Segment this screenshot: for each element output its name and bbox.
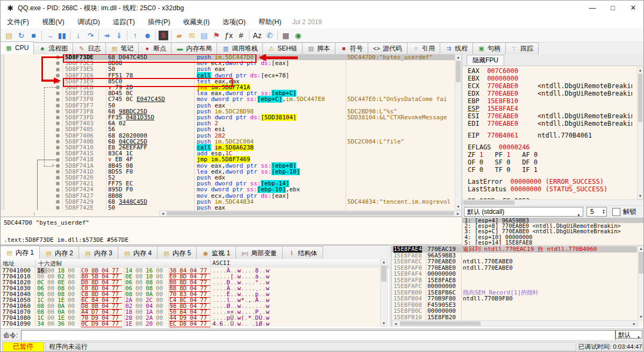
trace-into-icon[interactable]: ↠ bbox=[101, 30, 113, 41]
stack-row[interactable]: 15E8FB0C00000000 bbox=[392, 308, 637, 314]
registers-vscrollbar[interactable]: ▲▼ bbox=[637, 67, 643, 199]
breakpoint-dot[interactable] bbox=[56, 140, 60, 143]
restart-icon[interactable]: ↻ bbox=[15, 30, 27, 41]
registers-hscrollbar[interactable] bbox=[462, 199, 644, 206]
tab-符号[interactable]: ■符号 bbox=[335, 42, 368, 54]
breakpoint-dot[interactable] bbox=[56, 98, 60, 102]
menu-item[interactable]: 帮助(H) bbox=[252, 16, 288, 28]
tab-跟踪[interactable]: ∵跟踪 bbox=[505, 42, 539, 54]
breakpoint-dot[interactable] bbox=[56, 170, 60, 174]
tab-句柄[interactable]: ▣句柄 bbox=[473, 42, 506, 54]
disasm-row[interactable]: 5D8F73F0C745 0C E047C45Dmov dword ptr ss… bbox=[1, 96, 455, 102]
disasm-row[interactable]: 5D8F740556push esi bbox=[1, 126, 455, 132]
tab-断点[interactable]: ●断点 bbox=[138, 42, 171, 54]
breakpoint-dot[interactable] bbox=[56, 146, 60, 149]
open-file-icon[interactable]: ▤ bbox=[3, 30, 15, 41]
breakpoint-dot[interactable] bbox=[56, 61, 60, 65]
stack-hscrollbar[interactable]: ◄► bbox=[392, 320, 638, 327]
hide-fpu-button[interactable]: 隐藏FPU bbox=[467, 55, 504, 66]
tab-流程图[interactable]: ♣流程图 bbox=[33, 42, 73, 54]
labels-icon[interactable]: ▤ bbox=[198, 30, 210, 41]
breakpoint-dot[interactable] bbox=[56, 55, 60, 59]
dump-tab-监视 1[interactable]: ◉监视 1 bbox=[196, 246, 236, 260]
dump-vscrollbar[interactable]: ▲▼ bbox=[380, 259, 388, 327]
step-into-icon[interactable]: ↓ bbox=[72, 30, 84, 41]
strings-icon[interactable]: Az bbox=[251, 30, 263, 41]
calling-convention-select[interactable]: 默认 (stdcall)▼ bbox=[464, 207, 583, 217]
menu-item[interactable]: 追踪(T) bbox=[106, 16, 141, 28]
modules-icon[interactable]: ✆ bbox=[263, 30, 276, 41]
disasm-hscrollbar[interactable]: ◄► bbox=[159, 210, 462, 217]
dump-tab-内存 5[interactable]: ▤内存 5 bbox=[157, 246, 197, 260]
stack-vscrollbar[interactable]: ▲▼ bbox=[638, 246, 644, 320]
preferences-globe-icon[interactable]: ◉ bbox=[292, 30, 304, 41]
tab-笔记[interactable]: ▤笔记 bbox=[105, 42, 139, 54]
command-input[interactable] bbox=[21, 330, 616, 341]
unlock-checkbox[interactable] bbox=[612, 208, 620, 216]
patches-icon[interactable]: ▰ bbox=[173, 30, 185, 41]
stack-row[interactable]: 15E8FAEC770EABE0ntdll.770EABE0 bbox=[392, 258, 637, 265]
breakpoint-dot[interactable] bbox=[56, 182, 60, 185]
breakpoint-dot[interactable] bbox=[56, 176, 60, 179]
tab-调用堆栈[interactable]: ▥调用堆栈 bbox=[217, 42, 263, 54]
menu-item[interactable]: 文件(F) bbox=[1, 16, 35, 28]
dump-tab-内存 3[interactable]: ▤内存 3 bbox=[78, 246, 118, 260]
tab-脚本[interactable]: ▨脚本 bbox=[302, 42, 335, 54]
breakpoint-dot[interactable] bbox=[56, 116, 60, 119]
breakpoint-dot[interactable] bbox=[56, 104, 60, 107]
menu-item[interactable]: 收藏夹(I) bbox=[177, 16, 216, 28]
tab-SEH链[interactable]: ⚠SEH链 bbox=[262, 42, 303, 54]
registers-list[interactable]: EAX 007C6000EBX 00000000ECX 770EABE0 <nt… bbox=[468, 67, 632, 199]
memory-dump[interactable]: 7704100016001800C08B04771400160038840477… bbox=[1, 268, 380, 327]
hash-icon[interactable]: # bbox=[235, 30, 247, 41]
stack-row[interactable]: 15E8FB1015E8FB20 bbox=[392, 314, 637, 321]
breakpoint-dot[interactable] bbox=[56, 91, 60, 95]
dump-tab-内存 2[interactable]: ▤内存 2 bbox=[39, 246, 79, 260]
disasm-row[interactable]: 5D8F742E50push eax bbox=[1, 205, 455, 210]
registers-pane[interactable]: 隐藏FPU EAX 007C6000EBX 00000000ECX 770EAB… bbox=[462, 54, 644, 245]
breakpoint-dot[interactable] bbox=[56, 158, 60, 162]
menu-item[interactable]: 视图(V) bbox=[35, 16, 71, 28]
pause-icon[interactable]: ▮▮ bbox=[56, 30, 68, 41]
tab-线程[interactable]: ⇉线程 bbox=[440, 42, 473, 54]
stack-row[interactable]: 15E8FB04770B9F80ntdll.770B9F80 bbox=[392, 296, 637, 302]
run-to-user-code-icon[interactable]: ☻ bbox=[141, 30, 154, 41]
disassembly-pane[interactable]: 5D8F73DE68 D047C45Dpush im.5DC447D05DC44… bbox=[1, 54, 455, 210]
tab-日志[interactable]: ✎日志 bbox=[73, 42, 106, 54]
trace-over-icon[interactable]: ⇓ bbox=[113, 30, 125, 41]
maximize-button[interactable]: □ bbox=[603, 1, 623, 16]
breakpoint-dot[interactable] bbox=[56, 188, 60, 192]
execute-till-return-icon[interactable]: ↑ bbox=[129, 30, 141, 41]
argument-count-stepper[interactable]: 5▲▼ bbox=[586, 207, 607, 217]
breakpoint-dot[interactable] bbox=[56, 68, 60, 71]
step-over-icon[interactable]: ↷ bbox=[84, 30, 97, 41]
stack-row[interactable]: 15E8FAE4770EAC19返回到 ntdll.770EAC19 自 ntd… bbox=[392, 246, 637, 253]
breakpoint-dot[interactable] bbox=[56, 74, 60, 77]
breakpoint-dot[interactable] bbox=[56, 80, 60, 83]
argument-row[interactable]: 5: [esp+14] 15E8FAE8 bbox=[462, 240, 644, 245]
tab-源代码[interactable]: <>源代码 bbox=[368, 42, 407, 54]
menu-item[interactable]: 选项(O) bbox=[216, 16, 252, 28]
dump-tab-内存 1[interactable]: ▤内存 1 bbox=[0, 246, 40, 260]
calculator-icon[interactable]: ▦ bbox=[280, 30, 292, 41]
breakpoint-dot[interactable] bbox=[56, 200, 60, 204]
dump-tab-结构体[interactable]: ⌇结构体 bbox=[282, 246, 323, 260]
dump-row[interactable]: 77041090340036000CD904771E002000ECD80477… bbox=[1, 321, 380, 327]
disasm-vscrollbar[interactable]: ▲▼ bbox=[455, 54, 462, 210]
comments-icon[interactable]: ✉ bbox=[185, 30, 198, 41]
stack-row[interactable]: 15E8FAFC00000000 bbox=[392, 283, 637, 290]
functions-icon[interactable]: ƒx bbox=[223, 30, 235, 41]
tab-CPU[interactable]: ▦CPU bbox=[0, 41, 34, 54]
breakpoint-dot[interactable] bbox=[56, 85, 60, 89]
stack-pane[interactable]: 15E8FAE4770EAC19返回到 ntdll.770EAC19 自 ntd… bbox=[391, 245, 644, 327]
breakpoint-dot[interactable] bbox=[56, 194, 60, 198]
script-s-icon[interactable]: S bbox=[159, 31, 168, 40]
bookmarks-icon[interactable]: ⚑ bbox=[210, 30, 223, 41]
breakpoint-dot[interactable] bbox=[56, 128, 60, 132]
close-icon[interactable]: ■ bbox=[27, 30, 40, 41]
menu-item[interactable]: 插件(P) bbox=[141, 16, 177, 28]
dump-tab-局部变量[interactable]: [x=]局部变量 bbox=[235, 246, 283, 260]
breakpoint-dot[interactable] bbox=[56, 110, 60, 113]
close-button[interactable]: ✕ bbox=[623, 1, 643, 16]
dump-tab-内存 4[interactable]: ▤内存 4 bbox=[118, 246, 158, 260]
